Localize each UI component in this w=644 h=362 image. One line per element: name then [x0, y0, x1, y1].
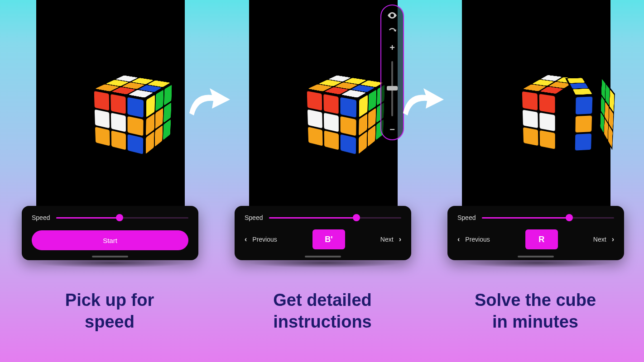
- previous-button[interactable]: ‹ Previous: [457, 235, 490, 243]
- rubiks-cube: [82, 59, 181, 158]
- panel-caption: Pick up for speed: [4, 290, 216, 333]
- control-card: Speed ‹ Previous R Next ›: [447, 206, 624, 260]
- rubiks-cube: [294, 59, 394, 158]
- zoom-slider[interactable]: [391, 61, 393, 116]
- control-card: Speed ‹ Previous B' Next ›: [235, 206, 411, 260]
- home-indicator: [305, 256, 341, 257]
- speed-slider[interactable]: [269, 214, 401, 221]
- chevron-right-icon: ›: [399, 235, 401, 243]
- speed-label: Speed: [457, 214, 476, 221]
- chevron-left-icon: ‹: [457, 235, 460, 243]
- zoom-out-button[interactable]: −: [389, 124, 395, 135]
- panel-caption: Get detailed instructions: [216, 290, 428, 333]
- next-button[interactable]: Next ›: [593, 235, 614, 243]
- view-toolbar: + −: [380, 5, 404, 140]
- next-button[interactable]: Next ›: [380, 235, 401, 243]
- start-button[interactable]: Start: [32, 230, 188, 250]
- chevron-left-icon: ‹: [245, 235, 247, 243]
- feature-panel-1: Speed Start Pick up for speed: [4, 0, 216, 362]
- rotate-3d-icon[interactable]: [387, 26, 398, 37]
- speed-label: Speed: [32, 214, 50, 221]
- home-indicator: [518, 256, 554, 257]
- current-move: B': [312, 229, 345, 249]
- zoom-in-button[interactable]: +: [389, 43, 395, 53]
- speed-slider[interactable]: [482, 214, 614, 221]
- phone-screen: [36, 0, 185, 209]
- previous-button[interactable]: ‹ Previous: [245, 235, 277, 243]
- phone-screen: + −: [249, 0, 398, 209]
- eye-icon[interactable]: [387, 10, 398, 21]
- home-indicator: [92, 256, 128, 257]
- current-move: R: [525, 229, 558, 249]
- feature-panel-2: + − Speed ‹ Previous B' Next ›: [216, 0, 428, 362]
- chevron-right-icon: ›: [612, 235, 614, 243]
- feature-panel-3: Speed ‹ Previous R Next › Solve the cube: [429, 0, 641, 362]
- control-card: Speed Start: [22, 206, 198, 260]
- rubiks-cube: [507, 59, 607, 158]
- panel-caption: Solve the cube in minutes: [429, 290, 641, 333]
- speed-slider[interactable]: [56, 214, 188, 221]
- speed-label: Speed: [245, 214, 263, 221]
- phone-screen: [462, 0, 610, 209]
